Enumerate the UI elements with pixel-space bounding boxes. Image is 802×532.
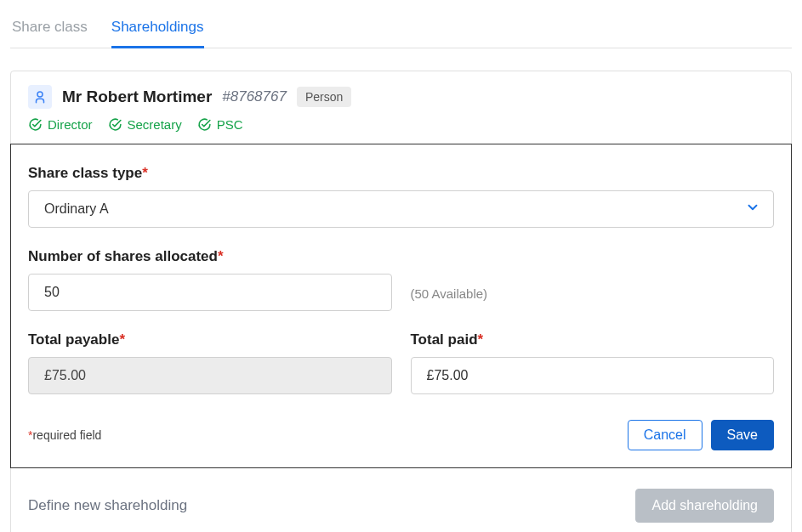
role-secretary: Secretary: [108, 117, 182, 132]
roles-row: Director Secretary PSC: [28, 117, 774, 132]
tab-share-class[interactable]: Share class: [12, 10, 88, 48]
role-psc: PSC: [197, 117, 243, 132]
required-star: *: [478, 331, 484, 348]
form-bottom-row: *required field Cancel Save: [28, 420, 774, 450]
total-paid-col: Total paid*: [411, 331, 775, 394]
button-group: Cancel Save: [628, 420, 774, 450]
card-footer: Define new shareholding Add shareholding: [11, 468, 791, 532]
shareholder-card: Mr Robert Mortimer #8768767 Person Direc…: [10, 71, 792, 532]
required-star: *: [119, 331, 125, 348]
share-class-type-label: Share class type*: [28, 165, 774, 182]
check-circle-icon: [108, 117, 122, 132]
check-circle-icon: [197, 117, 212, 132]
num-shares-label: Number of shares allocated*: [28, 248, 392, 265]
total-paid-label: Total paid*: [411, 331, 775, 348]
tabs: Share class Shareholdings: [10, 10, 792, 48]
required-star: *: [218, 248, 224, 264]
share-class-type-label-text: Share class type: [28, 165, 142, 181]
person-icon: [28, 85, 52, 109]
define-shareholding-text: Define new shareholding: [28, 497, 187, 514]
total-payable-input: [28, 357, 392, 394]
total-payable-label: Total payable*: [28, 331, 392, 348]
check-circle-icon: [28, 117, 43, 132]
add-shareholding-button[interactable]: Add shareholding: [635, 489, 774, 523]
person-id: #8768767: [222, 88, 287, 105]
svg-point-0: [37, 92, 43, 97]
person-name: Mr Robert Mortimer: [62, 88, 212, 106]
total-paid-input[interactable]: [411, 357, 775, 394]
save-button[interactable]: Save: [711, 420, 774, 450]
card-header: Mr Robert Mortimer #8768767 Person Direc…: [11, 71, 791, 144]
total-payable-col: Total payable*: [28, 331, 392, 394]
role-director: Director: [28, 117, 93, 132]
num-shares-col: Number of shares allocated*: [28, 248, 392, 311]
share-class-type-select-wrap: [28, 190, 774, 228]
role-secretary-label: Secretary: [128, 117, 182, 132]
cancel-button[interactable]: Cancel: [628, 420, 702, 450]
shares-row: Number of shares allocated* (50 Availabl…: [28, 248, 774, 311]
role-director-label: Director: [48, 117, 93, 132]
role-psc-label: PSC: [217, 117, 243, 132]
required-note: *required field: [28, 428, 101, 442]
num-shares-label-text: Number of shares allocated: [28, 248, 218, 264]
tab-shareholdings[interactable]: Shareholdings: [111, 10, 204, 48]
required-note-text: required field: [32, 428, 101, 442]
header-row: Mr Robert Mortimer #8768767 Person: [28, 85, 774, 109]
num-shares-input[interactable]: [28, 274, 392, 311]
total-payable-label-text: Total payable: [28, 331, 119, 348]
available-text: (50 Available): [411, 286, 488, 301]
type-badge: Person: [297, 87, 351, 107]
shareholding-form: Share class type* Number of shares alloc…: [10, 144, 792, 468]
required-star: *: [142, 165, 148, 181]
total-paid-label-text: Total paid: [411, 331, 478, 348]
totals-row: Total payable* Total paid*: [28, 331, 774, 394]
share-class-type-select[interactable]: [28, 190, 774, 228]
